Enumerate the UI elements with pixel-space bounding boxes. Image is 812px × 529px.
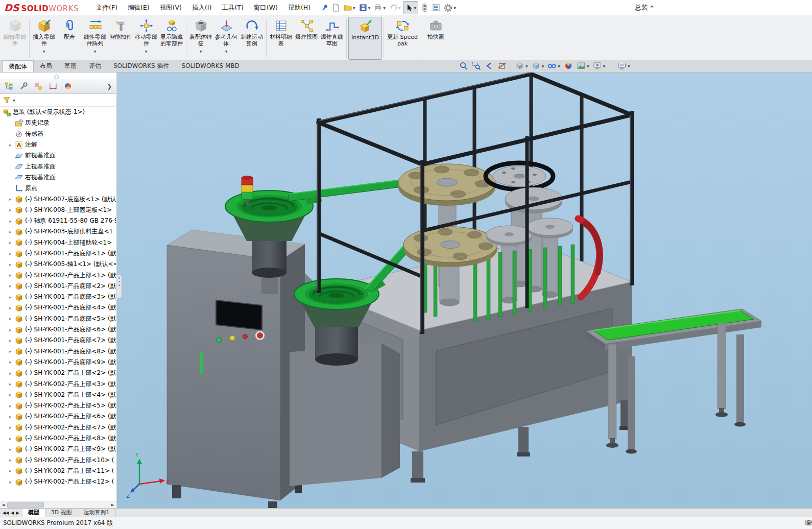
tree-root-assembly[interactable]: 总装 (默认<显示状态-1>) bbox=[0, 107, 116, 117]
cmd-insert-component-button[interactable]: 插入零部件▼ bbox=[31, 17, 57, 60]
view-settings-icon[interactable]: ▼ bbox=[592, 61, 607, 71]
tree-item-component[interactable]: ▸ (-) SH-YK-002-产品上部<9> (默 bbox=[0, 444, 116, 454]
zoom-area-icon[interactable] bbox=[471, 61, 482, 71]
tree-item-component[interactable]: ▸ (-) SH-YK-002-产品上部<8> (默 bbox=[0, 433, 116, 444]
tree-item-annotations[interactable]: ▸ A 注解 bbox=[0, 139, 116, 150]
cmd-new-motion-study-button[interactable]: 新建运动算例 bbox=[239, 17, 265, 60]
expander-icon[interactable]: ▸ bbox=[9, 316, 15, 321]
tab-3d-views[interactable]: 3D 视图 bbox=[45, 509, 78, 517]
scroll-right-icon[interactable]: ▶ bbox=[109, 503, 116, 507]
tree-item-top-plane[interactable]: 上视基准面 bbox=[0, 161, 116, 172]
tab-sketch[interactable]: 草图 bbox=[58, 60, 83, 72]
tree-item-component[interactable]: ▸ (-) SH-YK-007-底座板<1> (默认 bbox=[0, 194, 116, 204]
tree-item-component[interactable]: ▸ (-) SH-YK-002-产品上部<4> (默 bbox=[0, 390, 116, 400]
panel-tab-overflow-chevron[interactable]: ❯ bbox=[107, 83, 112, 90]
tree-item-component[interactable]: ▸ (-) SH-YK-001-产品底部<6> (默 bbox=[0, 324, 116, 335]
tree-item-component[interactable]: ▸ (-) SH-YK-002-产品上部<11> ( bbox=[0, 466, 116, 476]
cmd-smart-fasteners-button[interactable]: 智能扣件 bbox=[108, 17, 133, 60]
expander-icon[interactable]: ▸ bbox=[9, 229, 15, 234]
cabinet-handle[interactable] bbox=[200, 352, 203, 374]
cmd-explode-line-sketch-button[interactable]: 爆炸直线草图 bbox=[319, 17, 345, 60]
cmd-bill-of-materials-button[interactable]: 材料明细表 bbox=[268, 17, 294, 60]
scrollbar-thumb[interactable] bbox=[7, 502, 44, 508]
fullscreen-icon[interactable]: ▼ bbox=[616, 61, 631, 71]
tree-item-component[interactable]: ▸ (-) SH-YK-002-产品上部<10> ( bbox=[0, 455, 116, 466]
expander-icon[interactable]: ▸ bbox=[9, 447, 15, 452]
menu-item[interactable]: 文件(F) bbox=[91, 0, 123, 15]
tab-solidworks-addins[interactable]: SOLIDWORKS 插件 bbox=[107, 60, 175, 72]
tab-layout[interactable]: 布局 bbox=[34, 60, 58, 72]
menu-item[interactable]: 编辑(E) bbox=[123, 0, 155, 15]
panel-collapse-knob[interactable] bbox=[54, 75, 59, 79]
tree-item-component[interactable]: ▸ (-) SH-YK-001-产品底部<1> (默 bbox=[0, 248, 116, 259]
hmi-screen[interactable] bbox=[216, 300, 262, 330]
cmd-mate-button[interactable]: 配合 bbox=[57, 17, 82, 60]
study-tab-scroll-arrows[interactable]: ◀◀◀▶ bbox=[0, 509, 22, 517]
options-gear-button[interactable]: ▼ bbox=[442, 2, 458, 14]
expander-icon[interactable]: ▸ bbox=[9, 479, 15, 485]
expander-icon[interactable]: ▸ bbox=[9, 283, 15, 288]
cabinet-button-green[interactable] bbox=[217, 338, 222, 343]
tree-item-component[interactable]: ▸ (-) 轴承 61911-55-80 GB 276-9 bbox=[0, 215, 116, 226]
tree-item-component[interactable]: ▸ (-) SH-YK-008-上部固定板<1> bbox=[0, 205, 116, 215]
cabinet-button-yellow[interactable] bbox=[230, 335, 235, 341]
display-style-icon[interactable]: ▼ bbox=[531, 61, 545, 71]
filter-funnel-icon[interactable] bbox=[3, 96, 11, 104]
scroll-left-icon[interactable]: ◀ bbox=[0, 503, 7, 507]
expander-icon[interactable]: ▸ bbox=[9, 240, 15, 245]
cmd-linear-pattern-button[interactable]: 线性零部件阵列▼ bbox=[82, 17, 108, 60]
expander-icon[interactable]: ▸ bbox=[9, 468, 15, 473]
tree-item-history[interactable]: 历史记录 bbox=[0, 117, 116, 128]
select-arrow-button[interactable]: ▼ bbox=[403, 1, 419, 14]
open-button[interactable]: ▼ bbox=[342, 2, 357, 14]
cmd-update-speedpak-button[interactable]: 更新 Speedpak bbox=[386, 17, 419, 60]
tree-item-component[interactable]: ▸ (-) SH-YK-003-底部供料主盘<1 bbox=[0, 226, 116, 237]
expander-icon[interactable]: ▸ bbox=[9, 359, 15, 365]
expander-icon[interactable]: ▸ bbox=[9, 338, 15, 343]
graphics-area[interactable]: Y X Z bbox=[117, 73, 812, 508]
tree-item-component[interactable]: ▸ (-) SH-YK-002-产品上部<3> (默 bbox=[0, 378, 116, 389]
expander-icon[interactable]: ▸ bbox=[9, 295, 15, 300]
tree-item-component[interactable]: ▸ (-) SH-YK-001-产品底部<3> (默 bbox=[0, 292, 116, 302]
cabinet-button-red[interactable] bbox=[243, 334, 248, 339]
tree-item-component[interactable]: ▸ (-) SH-YK-005-轴1<1> (默认<< bbox=[0, 259, 116, 270]
tree-item-component[interactable]: ▸ (-) SH-YK-002-产品上部<5> (默 bbox=[0, 400, 116, 411]
tab-configuration-manager[interactable] bbox=[34, 82, 43, 91]
cmd-show-hidden-components-button[interactable]: 显示隐藏的零部件 bbox=[159, 17, 184, 60]
tab-assembly[interactable]: 装配体 bbox=[2, 60, 34, 72]
tree-item-component[interactable]: ▸ (-) SH-YK-002-产品上部<7> (默 bbox=[0, 422, 116, 433]
expander-icon[interactable]: ▸ bbox=[9, 414, 15, 419]
print-button[interactable]: ▼ bbox=[372, 2, 387, 14]
expander-icon[interactable]: ▸ bbox=[9, 219, 15, 224]
tree-item-origin[interactable]: 原点 bbox=[0, 183, 116, 194]
cmd-move-component-button[interactable]: 移动零部件▼ bbox=[133, 17, 159, 60]
tree-item-component[interactable]: ▸ (-) SH-YK-002-产品上部<12> ( bbox=[0, 476, 116, 487]
cmd-instant3d-button[interactable]: Instant3D bbox=[348, 17, 382, 60]
expander-icon[interactable]: ▸ bbox=[9, 381, 15, 387]
tab-motion-study-1[interactable]: 运动算例1 bbox=[78, 509, 116, 517]
expander-icon[interactable]: ▸ bbox=[9, 327, 15, 332]
tree-item-front-plane[interactable]: 前视基准面 bbox=[0, 150, 116, 161]
save-button[interactable]: ▼ bbox=[357, 2, 372, 14]
edit-appearance-icon[interactable] bbox=[563, 61, 574, 71]
tab-evaluate[interactable]: 评估 bbox=[83, 60, 107, 72]
rebuild-stoplight-icon[interactable] bbox=[419, 2, 430, 14]
filter-caret[interactable]: ▼ bbox=[13, 99, 15, 102]
tree-item-component[interactable]: ▸ (-) SH-YK-001-产品底部<5> (默 bbox=[0, 314, 116, 324]
expander-icon[interactable]: ▸ bbox=[9, 197, 15, 202]
tab-dimxpert-manager[interactable] bbox=[49, 82, 58, 91]
cmd-exploded-view-button[interactable]: 爆炸视图 bbox=[294, 17, 319, 60]
undo-button[interactable]: ▼ bbox=[388, 2, 402, 14]
tree-item-component[interactable]: ▸ (-) SH-YK-001-产品底部<4> (默 bbox=[0, 302, 116, 313]
expander-icon[interactable]: ▸ bbox=[9, 207, 15, 212]
menu-item[interactable]: 窗口(W) bbox=[249, 0, 283, 15]
tab-display-manager[interactable] bbox=[63, 82, 73, 91]
tab-feature-manager-tree[interactable] bbox=[4, 82, 13, 91]
hide-show-items-icon[interactable]: ▼ bbox=[546, 61, 561, 71]
cmd-take-snapshot-button[interactable]: 拍快照 bbox=[423, 17, 448, 60]
tab-model[interactable]: 模型 bbox=[22, 509, 45, 517]
expander-icon[interactable]: ▸ bbox=[9, 403, 15, 408]
expander-icon[interactable]: ▸ bbox=[9, 425, 15, 430]
view-orientation-icon[interactable]: ▼ bbox=[514, 61, 529, 71]
menu-item[interactable]: 工具(T) bbox=[217, 0, 248, 15]
